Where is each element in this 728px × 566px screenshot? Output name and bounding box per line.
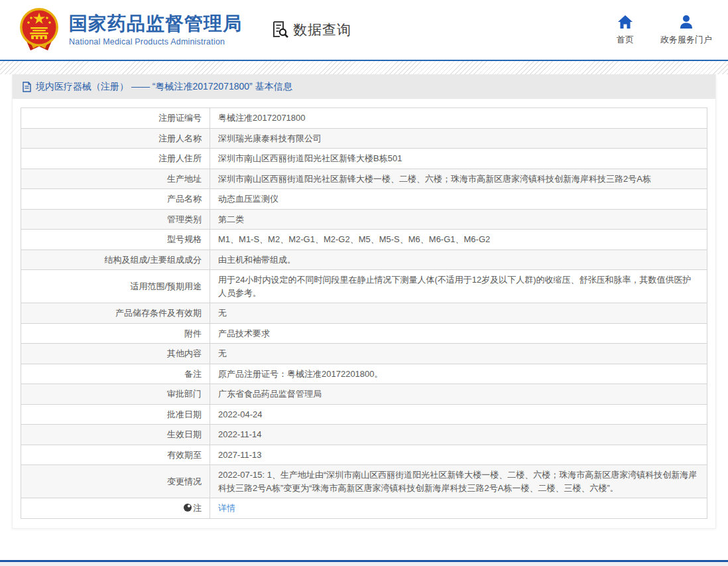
row-label: 注册人名称 <box>21 128 210 149</box>
document-icon <box>22 82 32 92</box>
row-label: 变更情况 <box>21 465 210 498</box>
row-value: 由主机和袖带组成。 <box>210 249 707 270</box>
table-row: 产品名称动态血压监测仪 <box>21 189 707 210</box>
note-icon <box>184 504 192 512</box>
row-value: 粤械注准20172071800 <box>210 108 707 129</box>
row-value: 第二类 <box>210 209 707 230</box>
row-label: 有效期至 <box>21 445 210 465</box>
info-table: 注册证编号粤械注准20172071800注册人名称深圳瑞光康泰科技有限公司注册人… <box>21 107 707 519</box>
nav-home[interactable]: 首页 <box>617 15 634 46</box>
row-value: 2027-11-13 <box>210 445 707 465</box>
table-row: 注册证编号粤械注准20172071800 <box>21 108 707 129</box>
table-row: 适用范围/预期用途用于24小时内设定的不同时间段里在静止情况下测量人体(不适用于… <box>21 270 707 303</box>
row-label: 型号规格 <box>21 230 210 250</box>
user-icon <box>679 15 694 29</box>
breadcrumb: 境内医疗器械（注册） —— “粤械注准20172071800” 基本信息 <box>13 74 715 99</box>
document-search-icon <box>270 20 290 40</box>
row-value: 2022-04-24 <box>210 404 707 425</box>
table-row: 审批部门广东省食品药品监督管理局 <box>21 384 707 405</box>
row-value: 深圳市南山区西丽街道阳光社区新锋大楼一楼、二楼、六楼；珠海市高新区唐家湾镇科技创… <box>210 169 707 189</box>
row-label: 注 <box>21 498 210 519</box>
logo-text: 国家药品监督管理局 National Medical Products Admi… <box>69 13 242 46</box>
row-value: 原产品注册证号：粤械注准20172201800。 <box>210 364 707 384</box>
national-emblem-icon <box>17 7 61 53</box>
row-value: 无 <box>210 344 707 364</box>
nav-gov-portal[interactable]: 政务服务门户 <box>660 15 712 46</box>
row-value: 无 <box>210 303 707 324</box>
home-icon <box>617 15 633 29</box>
table-row: 型号规格M1、M1-S、M2、M2-G1、M2-G2、M5、M5-S、M6、M6… <box>21 230 707 250</box>
row-label: 产品名称 <box>21 189 210 210</box>
site-title: 国家药品监督管理局 <box>69 13 242 35</box>
nav-gov-portal-label: 政务服务门户 <box>660 34 712 46</box>
site-header: 国家药品监督管理局 National Medical Products Admi… <box>0 0 728 61</box>
row-label: 适用范围/预期用途 <box>21 270 210 303</box>
table-row: 生效日期2022-11-14 <box>21 425 707 445</box>
row-label: 结构及组成/主要组成成分 <box>21 249 210 270</box>
table-row: 有效期至2027-11-13 <box>21 445 707 465</box>
detail-link[interactable]: 详情 <box>218 503 235 513</box>
table-row: 注详情 <box>21 498 707 519</box>
table-row: 注册人名称深圳瑞光康泰科技有限公司 <box>21 128 707 149</box>
site-subtitle: National Medical Products Administration <box>69 37 242 46</box>
row-value: 详情 <box>210 498 707 519</box>
nmpa-logo-block[interactable]: 国家药品监督管理局 National Medical Products Admi… <box>17 7 242 53</box>
row-label: 产品储存条件及有效期 <box>21 303 210 324</box>
row-value: M1、M1-S、M2、M2-G1、M2-G2、M5、M5-S、M6、M6-G1、… <box>210 230 707 250</box>
breadcrumb-text: 境内医疗器械（注册） —— “粤械注准20172071800” 基本信息 <box>36 81 292 93</box>
footer-strip <box>0 562 728 566</box>
row-label: 生效日期 <box>21 425 210 445</box>
table-row: 结构及组成/主要组成成分由主机和袖带组成。 <box>21 249 707 270</box>
row-label: 其他内容 <box>21 344 210 364</box>
data-query-label: 数据查询 <box>293 21 351 39</box>
table-row: 备注原产品注册证号：粤械注准20172201800。 <box>21 364 707 384</box>
row-label: 注册人住所 <box>21 149 210 169</box>
table-row: 变更情况2022-07-15: 1、生产地址由“深圳市南山区西丽街道阳光社区新锋… <box>21 465 707 498</box>
row-value: 产品技术要求 <box>210 323 707 344</box>
content-panel: 境内医疗器械（注册） —— “粤械注准20172071800” 基本信息 注册证… <box>12 74 716 529</box>
row-label: 管理类别 <box>21 209 210 230</box>
data-query-section[interactable]: 数据查询 <box>270 20 351 40</box>
hatch-band <box>0 61 728 74</box>
table-row: 附件产品技术要求 <box>21 323 707 344</box>
row-label: 注册证编号 <box>21 108 210 129</box>
row-value: 动态血压监测仪 <box>210 189 707 210</box>
row-value: 广东省食品药品监督管理局 <box>210 384 707 405</box>
table-row: 生产地址深圳市南山区西丽街道阳光社区新锋大楼一楼、二楼、六楼；珠海市高新区唐家湾… <box>21 169 707 189</box>
table-row: 其他内容无 <box>21 344 707 364</box>
table-row: 产品储存条件及有效期无 <box>21 303 707 324</box>
row-label: 生产地址 <box>21 169 210 189</box>
row-value: 2022-11-14 <box>210 425 707 445</box>
info-table-body: 注册证编号粤械注准20172071800注册人名称深圳瑞光康泰科技有限公司注册人… <box>21 108 707 519</box>
table-row: 批准日期2022-04-24 <box>21 404 707 425</box>
row-value: 深圳瑞光康泰科技有限公司 <box>210 128 707 149</box>
table-row: 管理类别第二类 <box>21 209 707 230</box>
row-label: 审批部门 <box>21 384 210 405</box>
row-label: 附件 <box>21 323 210 344</box>
row-value: 用于24小时内设定的不同时间段里在静止情况下测量人体(不适用于12岁及以下人群)… <box>210 270 707 303</box>
nav-home-label: 首页 <box>617 34 634 46</box>
header-nav: 首页 政务服务门户 <box>617 15 712 46</box>
row-label: 备注 <box>21 364 210 384</box>
row-label: 批准日期 <box>21 404 210 425</box>
table-row: 注册人住所深圳市南山区西丽街道阳光社区新锋大楼B栋501 <box>21 149 707 169</box>
row-value: 2022-07-15: 1、生产地址由“深圳市南山区西丽街道阳光社区新锋大楼一楼… <box>210 465 707 498</box>
row-value: 深圳市南山区西丽街道阳光社区新锋大楼B栋501 <box>210 149 707 169</box>
